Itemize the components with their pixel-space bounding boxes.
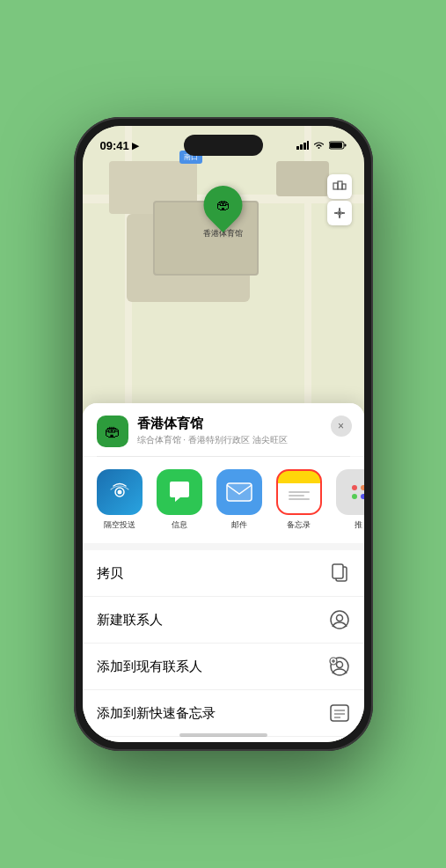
more-label: 推	[355, 519, 362, 531]
new-contact-svg	[330, 610, 349, 629]
map-type-icon	[333, 180, 347, 194]
svg-rect-8	[338, 181, 342, 189]
airdrop-label: 隔空投送	[104, 519, 135, 531]
notes-line-1	[289, 491, 310, 493]
dynamic-island	[184, 135, 263, 156]
messages-svg	[166, 480, 193, 504]
more-dots-row-2	[352, 494, 364, 499]
mail-icon	[216, 469, 262, 515]
svg-rect-6	[344, 144, 346, 147]
svg-point-12	[117, 490, 121, 495]
venue-icon: 🏟	[97, 416, 128, 447]
svg-point-10	[338, 212, 340, 215]
svg-rect-5	[330, 143, 342, 148]
copy-icon	[329, 563, 350, 584]
mail-label: 邮件	[231, 519, 247, 531]
svg-rect-1	[300, 144, 303, 150]
quick-note-icon	[329, 702, 350, 724]
bottom-sheet: 🏟 香港体育馆 综合体育馆 · 香港特别行政区 油尖旺区 ×	[83, 403, 364, 742]
pin-icon: 🏟	[216, 197, 230, 213]
dot-2	[361, 485, 364, 490]
pin-circle: 🏟	[195, 178, 250, 232]
action-quick-note[interactable]: 添加到新快速备忘录	[83, 690, 364, 737]
messages-icon	[157, 469, 202, 515]
venue-name: 香港体育馆	[137, 416, 350, 432]
svg-rect-3	[307, 141, 309, 150]
notes-icon	[276, 469, 322, 515]
action-copy[interactable]: 拷贝	[83, 550, 364, 597]
mail-svg	[226, 482, 252, 502]
location-header: 🏟 香港体育馆 综合体育馆 · 香港特别行政区 油尖旺区 ×	[83, 403, 364, 456]
quick-note-label: 添加到新快速备忘录	[97, 705, 216, 722]
svg-rect-9	[342, 184, 346, 189]
dot-3	[352, 494, 357, 499]
phone-frame: 09:41 ▶	[74, 117, 373, 751]
add-contact-svg	[329, 657, 350, 676]
location-pin: 🏟 香港体育馆	[203, 186, 243, 239]
close-button[interactable]: ×	[331, 416, 352, 437]
home-indicator	[179, 733, 267, 737]
location-info: 香港体育馆 综合体育馆 · 香港特别行政区 油尖旺区	[137, 416, 350, 446]
status-icons	[296, 141, 347, 150]
new-contact-label: 新建联系人	[97, 612, 163, 629]
app-item-mail[interactable]: 邮件	[216, 469, 262, 531]
messages-label: 信息	[172, 519, 187, 531]
svg-point-18	[336, 615, 342, 622]
add-contact-icon	[329, 656, 350, 677]
map-controls	[327, 174, 352, 225]
location-button[interactable]	[327, 201, 352, 225]
airdrop-icon	[97, 469, 143, 515]
dot-4	[361, 494, 364, 499]
app-item-more[interactable]: 推	[336, 469, 364, 531]
svg-rect-16	[333, 564, 343, 578]
action-print[interactable]: 打印	[83, 737, 364, 742]
quick-note-svg	[330, 704, 349, 722]
svg-point-20	[336, 662, 342, 668]
notes-lines	[285, 491, 313, 500]
more-dots-container	[352, 485, 364, 499]
wifi-icon	[313, 141, 325, 150]
more-dots-row-1	[352, 485, 364, 490]
new-contact-icon	[329, 609, 350, 630]
svg-rect-0	[296, 146, 299, 150]
svg-rect-13	[227, 483, 252, 501]
phone-screen: 09:41 ▶	[83, 126, 364, 742]
svg-rect-24	[331, 705, 348, 721]
airdrop-svg	[107, 480, 132, 504]
notes-line-2	[289, 495, 304, 497]
notes-line-3	[289, 498, 310, 500]
action-list: 拷贝 新建联系人	[83, 550, 364, 742]
dot-1	[352, 485, 357, 490]
map-type-button[interactable]	[327, 174, 352, 199]
notes-label: 备忘录	[287, 519, 311, 531]
svg-rect-2	[303, 143, 306, 150]
signal-icon	[296, 141, 309, 150]
app-item-notes[interactable]: 备忘录	[276, 469, 322, 531]
action-new-contact[interactable]: 新建联系人	[83, 597, 364, 644]
compass-icon	[333, 207, 346, 219]
venue-subtitle: 综合体育馆 · 香港特别行政区 油尖旺区	[137, 434, 350, 446]
map-block-2	[276, 161, 329, 196]
battery-icon	[329, 141, 347, 150]
status-time: 09:41 ▶	[100, 139, 139, 152]
location-arrow-icon: ▶	[132, 141, 139, 151]
app-item-airdrop[interactable]: 隔空投送	[97, 469, 143, 531]
app-item-messages[interactable]: 信息	[157, 469, 202, 531]
copy-label: 拷贝	[97, 565, 123, 582]
svg-rect-7	[333, 183, 338, 189]
action-add-contact[interactable]: 添加到现有联系人	[83, 644, 364, 690]
share-apps-row: 隔空投送 信息	[83, 457, 364, 543]
add-contact-label: 添加到现有联系人	[97, 658, 202, 675]
copy-svg	[331, 563, 348, 583]
more-apps-icon	[336, 469, 364, 515]
time-display: 09:41	[100, 139, 129, 152]
